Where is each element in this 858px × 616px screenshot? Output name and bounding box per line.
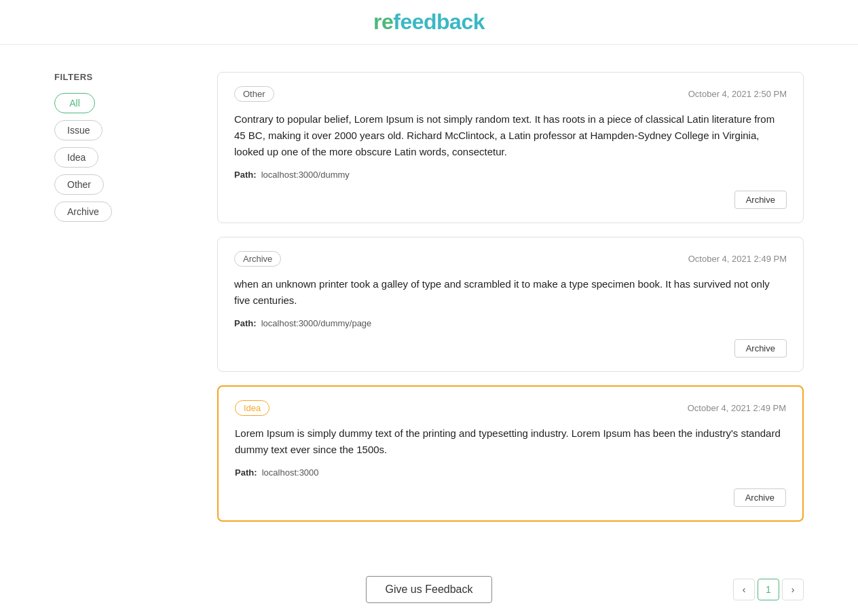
path-label: Path:: [235, 467, 257, 478]
card-header: Idea October 4, 2021 2:49 PM: [235, 400, 786, 416]
card-path: Path: localhost:3000: [235, 467, 786, 478]
path-label: Path:: [234, 170, 257, 180]
card-header: Other October 4, 2021 2:50 PM: [234, 86, 787, 102]
card-footer: Archive: [234, 191, 787, 209]
filter-btn-archive[interactable]: Archive: [54, 201, 112, 222]
filter-btn-other[interactable]: Other: [54, 174, 104, 195]
path-label: Path:: [234, 318, 257, 328]
main-layout: FILTERS AllIssueIdeaOtherArchive Other O…: [0, 45, 858, 562]
card-footer: Archive: [235, 488, 786, 507]
card-path: Path: localhost:3000/dummy/page: [234, 318, 787, 328]
filter-btn-idea[interactable]: Idea: [54, 147, 98, 168]
feedback-card: Archive October 4, 2021 2:49 PM when an …: [217, 237, 804, 372]
card-body: Lorem Ipsum is simply dummy text of the …: [235, 425, 786, 458]
logo: refeedback: [0, 9, 858, 35]
filter-btn-all[interactable]: All: [54, 93, 95, 113]
card-timestamp: October 4, 2021 2:49 PM: [688, 403, 786, 413]
content: Other October 4, 2021 2:50 PM Contrary t…: [217, 72, 804, 535]
filter-btn-issue[interactable]: Issue: [54, 120, 102, 140]
current-page-button[interactable]: 1: [758, 579, 779, 600]
card-path: Path: localhost:3000/dummy: [234, 170, 787, 180]
filter-buttons: AllIssueIdeaOtherArchive: [54, 93, 190, 222]
next-page-button[interactable]: ›: [782, 579, 804, 600]
pagination: ‹ 1 ›: [733, 579, 804, 600]
archive-button[interactable]: Archive: [734, 488, 786, 507]
card-body: Contrary to popular belief, Lorem Ipsum …: [234, 111, 787, 160]
archive-button[interactable]: Archive: [734, 339, 787, 358]
archive-button[interactable]: Archive: [734, 191, 787, 209]
card-tag: Other: [234, 86, 274, 102]
filters-title: FILTERS: [54, 72, 190, 82]
header: refeedback: [0, 0, 858, 45]
give-feedback-button[interactable]: Give us Feedback: [366, 576, 493, 603]
feedback-card: Other October 4, 2021 2:50 PM Contrary t…: [217, 72, 804, 223]
card-tag: Archive: [234, 251, 281, 267]
card-timestamp: October 4, 2021 2:49 PM: [688, 254, 787, 264]
card-header: Archive October 4, 2021 2:49 PM: [234, 251, 787, 267]
card-tag: Idea: [235, 400, 269, 416]
card-body: when an unknown printer took a galley of…: [234, 276, 787, 309]
prev-page-button[interactable]: ‹: [733, 579, 755, 600]
bottom-bar: Give us Feedback ‹ 1 ›: [0, 562, 858, 616]
card-footer: Archive: [234, 339, 787, 358]
sidebar: FILTERS AllIssueIdeaOtherArchive: [54, 72, 190, 535]
logo-re: re: [373, 9, 393, 34]
card-timestamp: October 4, 2021 2:50 PM: [688, 89, 787, 99]
feedback-card: Idea October 4, 2021 2:49 PM Lorem Ipsum…: [217, 385, 804, 522]
logo-feedback: feedback: [393, 9, 485, 34]
